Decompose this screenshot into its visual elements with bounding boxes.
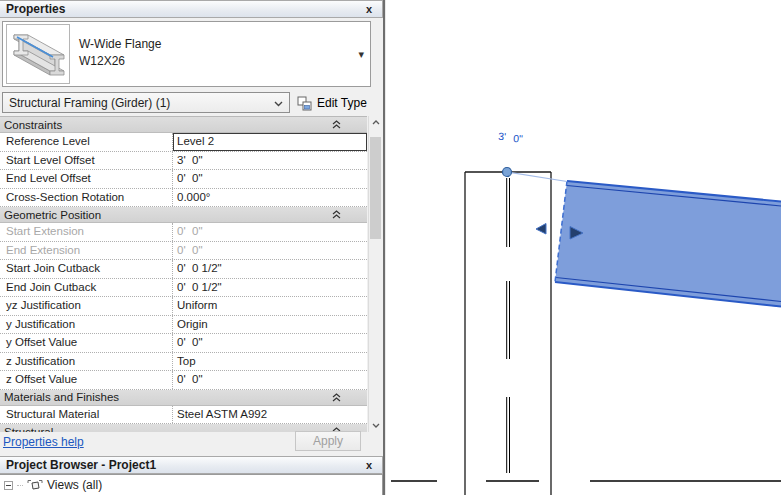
property-row: z Offset Value0' 0": [0, 371, 367, 390]
property-row: yz JustificationUniform: [0, 297, 367, 316]
property-label: End Extension: [0, 242, 173, 260]
section-header-materials-and-finishes[interactable]: Materials and Finishes: [0, 390, 367, 406]
selection-filter-value: Structural Framing (Girder) (1): [9, 96, 170, 110]
drawing-canvas[interactable]: 3' 0": [386, 0, 781, 495]
property-value[interactable]: 0' 0 1/2": [173, 260, 367, 278]
project-browser-titlebar[interactable]: Project Browser - Project1 x: [0, 456, 383, 474]
beam-preview-image: [6, 24, 70, 84]
project-browser-tree: Views (all): [0, 474, 383, 495]
tree-connector: [17, 485, 23, 486]
property-label: y Offset Value: [0, 334, 173, 352]
type-selector[interactable]: W-Wide Flange W12X26 ▾: [2, 21, 371, 87]
property-row: Start Extension0' 0": [0, 223, 367, 242]
property-row: Cross-Section Rotation0.000°: [0, 189, 367, 208]
left-dock: Properties x: [0, 0, 383, 495]
property-row: Reference LevelLevel 2: [0, 133, 367, 152]
property-label: Cross-Section Rotation: [0, 189, 173, 207]
property-label: Start Join Cutback: [0, 260, 173, 278]
edit-type-icon: [297, 96, 312, 111]
property-value[interactable]: Top: [173, 353, 367, 371]
project-browser-title: Project Browser - Project1: [6, 458, 156, 472]
properties-help-link[interactable]: Properties help: [3, 435, 84, 449]
property-row: z JustificationTop: [0, 353, 367, 372]
section-header-geometric-position[interactable]: Geometric Position: [0, 207, 367, 223]
property-row: End Join Cutback0' 0 1/2": [0, 279, 367, 298]
property-value[interactable]: 0' 0": [173, 223, 367, 241]
selected-beam-element[interactable]: [555, 181, 781, 307]
collapse-icon[interactable]: [332, 210, 341, 219]
property-value[interactable]: 3' 0": [173, 152, 367, 170]
property-row: End Level Offset0' 0": [0, 170, 367, 189]
property-value[interactable]: 0' 0": [173, 371, 367, 389]
property-value[interactable]: Origin: [173, 316, 367, 334]
apply-button[interactable]: Apply: [295, 431, 361, 451]
collapse-icon[interactable]: [332, 393, 341, 402]
property-row: End Extension0' 0": [0, 242, 367, 261]
property-label: Start Extension: [0, 223, 173, 241]
model-view: 3' 0": [386, 0, 781, 495]
beam-drag-handle[interactable]: [503, 168, 512, 177]
chevron-down-icon[interactable]: [274, 96, 283, 110]
wide-flange-beam-icon: [7, 25, 69, 83]
property-value[interactable]: 0.000°: [173, 189, 367, 207]
svg-text:3': 3': [498, 130, 507, 143]
property-value[interactable]: 0' 0": [173, 334, 367, 352]
property-label: z Justification: [0, 353, 173, 371]
views-icon: [27, 479, 43, 492]
section-header-constraints[interactable]: Constraints: [0, 117, 367, 133]
offset-dimension-text[interactable]: 3' 0": [498, 130, 524, 145]
chevron-down-icon[interactable]: ▾: [358, 48, 364, 61]
family-name: W-Wide Flange: [79, 36, 161, 53]
tree-item-label[interactable]: Views (all): [47, 478, 102, 492]
property-row: y JustificationOrigin: [0, 316, 367, 335]
selection-filter-combobox[interactable]: Structural Framing (Girder) (1): [2, 92, 290, 113]
flip-arrow-left-icon[interactable]: [536, 224, 546, 235]
property-value[interactable]: 0' 0": [173, 170, 367, 188]
property-label: z Offset Value: [0, 371, 173, 389]
properties-scrollbar[interactable]: [368, 116, 381, 432]
properties-titlebar[interactable]: Properties x: [0, 0, 383, 18]
column-centerline: [507, 178, 510, 473]
property-label: y Justification: [0, 316, 173, 334]
property-label: End Level Offset: [0, 170, 173, 188]
scrollbar-thumb[interactable]: [370, 137, 381, 239]
property-label: yz Justification: [0, 297, 173, 315]
property-label: Structural Material: [0, 406, 173, 424]
revit-window: Properties x: [0, 0, 781, 495]
property-value[interactable]: 0' 0 1/2": [173, 279, 367, 297]
section-title: Geometric Position: [4, 209, 101, 221]
section-title: Constraints: [4, 119, 62, 131]
property-label: Start Level Offset: [0, 152, 173, 170]
edit-type-label: Edit Type: [317, 96, 367, 110]
offset-leader-line: [507, 172, 567, 182]
property-value[interactable]: Uniform: [173, 297, 367, 315]
collapse-icon[interactable]: [332, 120, 341, 129]
property-label: Reference Level: [0, 133, 173, 151]
property-row: Start Level Offset3' 0": [0, 152, 367, 171]
type-name: W12X26: [79, 53, 161, 70]
scroll-up-icon[interactable]: [369, 116, 382, 129]
property-row: y Offset Value0' 0": [0, 334, 367, 353]
close-icon[interactable]: x: [362, 458, 376, 472]
property-row: Structural MaterialSteel ASTM A992: [0, 406, 367, 425]
property-value[interactable]: Steel ASTM A992: [173, 406, 367, 424]
property-row: Start Join Cutback0' 0 1/2": [0, 260, 367, 279]
close-icon[interactable]: x: [362, 2, 376, 16]
edit-type-button[interactable]: Edit Type: [295, 92, 381, 114]
tree-collapse-icon[interactable]: [4, 481, 13, 490]
property-value[interactable]: Level 2: [173, 133, 367, 151]
properties-title: Properties: [6, 2, 65, 16]
column-element[interactable]: [465, 172, 551, 495]
svg-text:0": 0": [513, 132, 524, 145]
property-label: End Join Cutback: [0, 279, 173, 297]
property-value[interactable]: 0' 0": [173, 242, 367, 260]
properties-footer: Properties help Apply: [0, 429, 383, 453]
section-title: Materials and Finishes: [4, 391, 119, 403]
type-labels: W-Wide Flange W12X26: [79, 36, 161, 70]
properties-grid: ConstraintsReference LevelLevel 2Start L…: [0, 116, 367, 432]
